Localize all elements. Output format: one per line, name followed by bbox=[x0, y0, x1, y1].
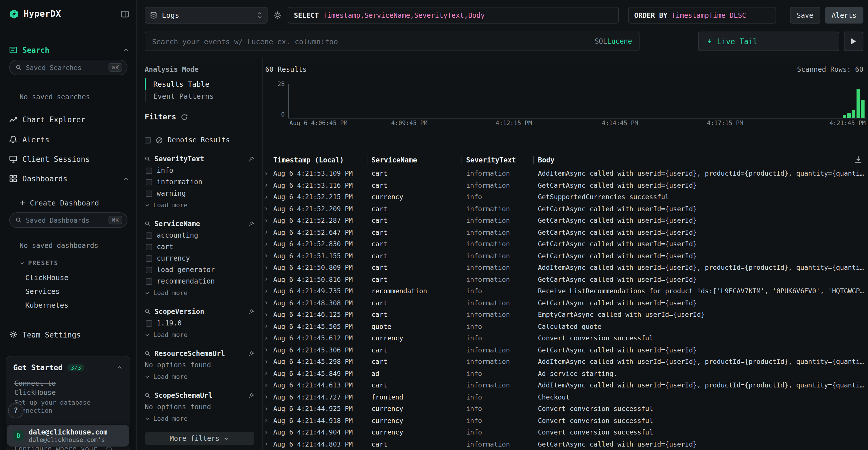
pin-icon[interactable] bbox=[248, 309, 254, 315]
row-expand-icon[interactable] bbox=[264, 395, 273, 400]
chevron-up-icon[interactable] bbox=[123, 175, 129, 182]
row-expand-icon[interactable] bbox=[264, 406, 273, 412]
histogram-bar[interactable] bbox=[843, 115, 846, 118]
user-account-menu[interactable]: D dale@clickhouse.com dale@clickhouse.co… bbox=[7, 425, 129, 447]
download-icon[interactable] bbox=[854, 156, 862, 164]
presets-section[interactable]: PRESETS bbox=[20, 258, 58, 267]
table-row[interactable]: Aug 6 4:21:52.209 PMcartinformationGetCa… bbox=[263, 203, 868, 215]
table-row[interactable]: Aug 6 4:21:45.298 PMcartinformationAddIt… bbox=[263, 356, 868, 367]
row-expand-icon[interactable] bbox=[264, 218, 273, 223]
table-row[interactable]: Aug 6 4:21:44.904 PMcurrencyinfoConvert … bbox=[263, 426, 868, 438]
pin-icon[interactable] bbox=[248, 156, 254, 162]
live-tail-button[interactable]: Live Tail bbox=[698, 32, 839, 51]
saved-searches-input[interactable]: Saved Searches ⌘K bbox=[9, 60, 127, 75]
pin-icon[interactable] bbox=[248, 221, 254, 227]
row-expand-icon[interactable] bbox=[264, 324, 273, 329]
row-expand-icon[interactable] bbox=[264, 312, 273, 317]
column-header-timestamp[interactable]: Timestamp (Local) bbox=[273, 156, 371, 164]
table-row[interactable]: Aug 6 4:21:52.215 PMcurrencyinfoGetSuppo… bbox=[263, 191, 868, 203]
row-expand-icon[interactable] bbox=[264, 336, 273, 341]
saved-dashboards-input[interactable]: Saved Dashboards ⌘K bbox=[9, 213, 127, 228]
sidebar-item-alerts[interactable]: Alerts bbox=[9, 133, 129, 146]
table-row[interactable]: Aug 6 4:21:45.505 PMquoteinfoCalculated … bbox=[263, 321, 868, 332]
table-row[interactable]: Aug 6 4:21:44.803 PMcartinformationGetCa… bbox=[263, 438, 868, 450]
play-button[interactable] bbox=[844, 32, 863, 51]
table-row[interactable]: Aug 6 4:21:45.849 PMadinfoAd service sta… bbox=[263, 367, 868, 379]
histogram-bar[interactable] bbox=[857, 89, 860, 118]
histogram-bar[interactable] bbox=[852, 109, 856, 118]
row-expand-icon[interactable] bbox=[264, 430, 273, 435]
chevron-up-icon[interactable] bbox=[123, 47, 129, 53]
load-more-button[interactable]: Load more bbox=[145, 199, 254, 211]
facet-option[interactable]: info bbox=[145, 165, 254, 176]
histogram-bar[interactable] bbox=[861, 100, 865, 118]
load-more-button[interactable]: Load more bbox=[145, 287, 254, 298]
row-expand-icon[interactable] bbox=[264, 265, 273, 270]
table-row[interactable]: Aug 6 4:21:53.116 PMcartinformationGetCa… bbox=[263, 180, 868, 191]
language-lucene-toggle[interactable]: Lucene bbox=[607, 37, 632, 45]
row-expand-icon[interactable] bbox=[264, 277, 273, 282]
sidebar-item-team-settings[interactable]: Team Settings bbox=[9, 328, 129, 341]
checkbox[interactable] bbox=[146, 278, 152, 284]
table-row[interactable]: Aug 6 4:21:44.918 PMcurrencyinfoConvert … bbox=[263, 415, 868, 426]
sidebar-item-dashboards[interactable]: Dashboards bbox=[9, 172, 129, 185]
table-row[interactable]: Aug 6 4:21:50.816 PMcartinformationGetCa… bbox=[263, 274, 868, 285]
refresh-icon[interactable] bbox=[181, 114, 188, 120]
facet-option[interactable]: information bbox=[145, 176, 254, 188]
row-expand-icon[interactable] bbox=[264, 348, 273, 353]
column-header-body[interactable]: Body bbox=[538, 156, 868, 164]
sidebar-collapse-icon[interactable] bbox=[121, 9, 129, 18]
row-expand-icon[interactable] bbox=[264, 300, 273, 306]
save-button[interactable]: Save bbox=[789, 7, 820, 24]
source-select[interactable]: Logs bbox=[145, 7, 268, 24]
table-row[interactable]: Aug 6 4:21:45.306 PMcartinformationGetCa… bbox=[263, 344, 868, 356]
facet-option[interactable]: accounting bbox=[145, 230, 254, 241]
order-by-input[interactable]: ORDER BY TimestampTime DESC bbox=[628, 7, 776, 24]
pin-icon[interactable] bbox=[248, 350, 254, 357]
table-row[interactable]: Aug 6 4:21:45.612 PMcurrencyinfoConvert … bbox=[263, 332, 868, 344]
table-row[interactable]: Aug 6 4:21:52.647 PMcartinformationGetCa… bbox=[263, 226, 868, 238]
facet-option[interactable]: warning bbox=[145, 188, 254, 199]
preset-clickhouse[interactable]: ClickHouse bbox=[25, 271, 69, 283]
chevron-up-icon[interactable] bbox=[117, 364, 123, 371]
table-row[interactable]: Aug 6 4:21:46.125 PMcartinformationEmpty… bbox=[263, 309, 868, 321]
facet-option[interactable]: cart bbox=[145, 241, 254, 253]
column-header-servicename[interactable]: ServiceName bbox=[371, 156, 466, 164]
table-row[interactable]: Aug 6 4:21:48.308 PMcartinformationGetCa… bbox=[263, 297, 868, 309]
mode-results-table[interactable]: Results Table bbox=[145, 78, 254, 90]
select-query-input[interactable]: SELECT Timestamp,ServiceName,SeverityTex… bbox=[288, 7, 619, 24]
row-expand-icon[interactable] bbox=[264, 359, 273, 364]
facet-option[interactable]: currency bbox=[145, 253, 254, 264]
source-settings-gear-icon[interactable] bbox=[273, 11, 282, 20]
checkbox[interactable] bbox=[145, 137, 151, 143]
table-row[interactable]: Aug 6 4:21:53.109 PMcartinformationAddIt… bbox=[263, 168, 868, 180]
checkbox[interactable] bbox=[146, 244, 152, 250]
checkbox[interactable] bbox=[146, 179, 152, 185]
row-expand-icon[interactable] bbox=[264, 383, 273, 388]
row-expand-icon[interactable] bbox=[264, 195, 273, 200]
checkbox[interactable] bbox=[146, 167, 152, 173]
table-row[interactable]: Aug 6 4:21:49.735 PMrecommendationinfoRe… bbox=[263, 285, 868, 297]
row-expand-icon[interactable] bbox=[264, 253, 273, 259]
row-expand-icon[interactable] bbox=[264, 230, 273, 235]
row-expand-icon[interactable] bbox=[264, 289, 273, 294]
row-expand-icon[interactable] bbox=[264, 183, 273, 188]
row-expand-icon[interactable] bbox=[264, 206, 273, 212]
sidebar-item-search[interactable]: Search bbox=[9, 44, 129, 56]
language-sql-toggle[interactable]: SQL bbox=[595, 37, 607, 45]
table-row[interactable]: Aug 6 4:21:44.727 PMfrontendinfoCheckout bbox=[263, 391, 868, 403]
checkbox[interactable] bbox=[146, 190, 152, 197]
table-row[interactable]: Aug 6 4:21:44.613 PMcartinformationAddIt… bbox=[263, 379, 868, 391]
checkbox[interactable] bbox=[146, 267, 152, 273]
sidebar-item-chart-explorer[interactable]: Chart Explorer bbox=[9, 113, 129, 126]
row-expand-icon[interactable] bbox=[264, 371, 273, 376]
load-more-button[interactable]: Load more bbox=[145, 329, 254, 341]
column-header-severitytext[interactable]: SeverityText bbox=[466, 156, 538, 164]
more-filters-button[interactable]: More filters bbox=[145, 431, 254, 445]
table-row[interactable]: Aug 6 4:21:52.287 PMcartinformationGetCa… bbox=[263, 215, 868, 226]
preset-kubernetes[interactable]: Kubernetes bbox=[25, 299, 69, 311]
checkbox[interactable] bbox=[146, 232, 152, 238]
row-expand-icon[interactable] bbox=[264, 418, 273, 423]
load-more-button[interactable]: Load more bbox=[145, 371, 254, 382]
create-dashboard-button[interactable]: Create Dashboard bbox=[20, 197, 99, 208]
